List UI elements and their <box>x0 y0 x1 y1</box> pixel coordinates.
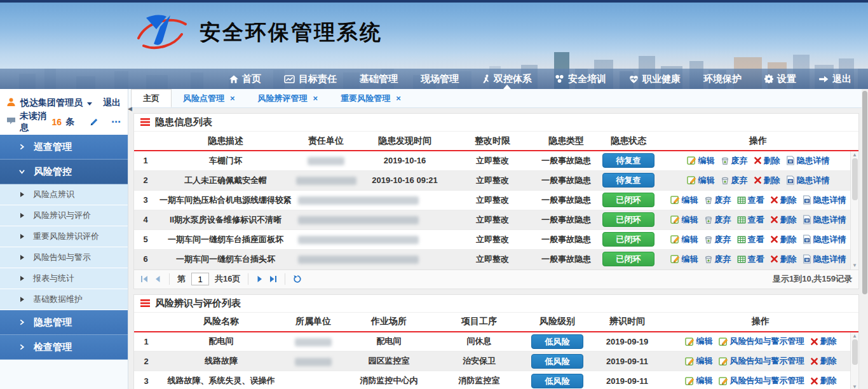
scroll-thumb[interactable] <box>852 158 858 200</box>
action-delete[interactable]: 删除 <box>810 375 837 386</box>
hazard-row[interactable]: 2工人未正确佩戴安全帽2019-10-16 09:21立即整改一般事故隐患待复查… <box>134 170 858 190</box>
action-risk-notify-mgmt[interactable]: 风险告知与警示管理 <box>719 375 804 386</box>
hazard-row[interactable]: 5一期车间一缝纫车台插座面板坏立即整改一般事故隐患已闭环编辑废弃查看删除W隐患详… <box>134 229 858 249</box>
risk-table-scrollbar[interactable]: ▲ ▼ <box>850 332 858 389</box>
sidebar-subitem-reports-stats[interactable]: 报表与统计 <box>0 268 128 289</box>
nav-item-safety-training[interactable]: 安全培训 <box>555 69 606 89</box>
hazard-table-scrollbar[interactable]: ▲ ▼ <box>850 151 858 270</box>
nav-item-dual-control[interactable]: 双控体系 <box>482 69 532 89</box>
nav-item-environment[interactable]: 环境保护 <box>703 69 742 89</box>
delete-icon <box>810 338 818 346</box>
scroll-up-icon[interactable]: ▲ <box>852 152 857 158</box>
action-view[interactable]: 查看 <box>737 214 764 226</box>
action-edit[interactable]: 编辑 <box>670 194 698 206</box>
action-view[interactable]: 查看 <box>737 234 764 245</box>
nav-item-target-duty[interactable]: 目标责任 <box>284 69 337 89</box>
prev-page-icon[interactable] <box>154 275 161 283</box>
action-hazard-detail[interactable]: W隐患详情 <box>803 254 846 265</box>
sidebar-subitem-risk-notify[interactable]: 风险告知与警示 <box>0 247 128 268</box>
action-hazard-detail[interactable]: W隐患详情 <box>803 194 846 206</box>
action-delete[interactable]: 删除 <box>810 336 837 347</box>
unread-label[interactable]: 未读消息 <box>20 111 48 133</box>
scroll-thumb[interactable] <box>852 339 858 365</box>
action-delete[interactable]: 删除 <box>754 175 780 186</box>
sidebar-subitem-major-risk-eval[interactable]: 重要风险辨识评价 <box>0 226 128 247</box>
page-scroll-thumb[interactable] <box>862 91 867 294</box>
pencil-icon[interactable] <box>90 118 98 126</box>
hazard-row[interactable]: 4II期水泵房设备维修标识不清晰立即整改一般事故隐患已闭环编辑废弃查看删除W隐患… <box>134 210 858 229</box>
more-dots-icon[interactable]: ⋯ <box>111 116 121 128</box>
action-risk-notify-mgmt[interactable]: 风险告知与警示管理 <box>719 336 804 347</box>
close-icon[interactable]: × <box>313 93 318 103</box>
sidebar-item-check-mgmt[interactable]: 检查管理 <box>0 335 128 360</box>
next-page-icon[interactable] <box>256 275 264 283</box>
nav-item-basic-mgmt[interactable]: 基础管理 <box>360 69 398 89</box>
sidebar-item-risk-control[interactable]: 风险管控 <box>0 160 128 184</box>
nav-item-settings[interactable]: 设置 <box>764 69 796 89</box>
action-view[interactable]: 查看 <box>737 194 764 206</box>
caret-down-icon[interactable] <box>87 102 92 106</box>
hazard-row[interactable]: 3一期车间热压粘合机电源线绷得较紧立即整改一般事故隐患已闭环编辑废弃查看删除W隐… <box>134 190 858 210</box>
edit-icon <box>670 215 680 224</box>
action-discard[interactable]: 废弃 <box>704 234 731 245</box>
action-discard[interactable]: 废弃 <box>704 214 731 226</box>
action-delete[interactable]: 删除 <box>770 254 797 265</box>
tab-home[interactable]: 主页 <box>131 89 172 107</box>
action-edit[interactable]: 编辑 <box>685 375 713 386</box>
tab-risk-eval[interactable]: 风险辨评管理× <box>247 89 330 107</box>
action-edit[interactable]: 编辑 <box>670 234 698 245</box>
action-delete[interactable]: 删除 <box>770 234 797 245</box>
cell-type: 一般事故隐患 <box>533 170 599 190</box>
sidebar-item-hazard-mgmt[interactable]: 隐患管理 <box>0 310 128 335</box>
action-delete[interactable]: 删除 <box>770 194 797 206</box>
close-icon[interactable]: × <box>396 93 401 103</box>
action-edit[interactable]: 编辑 <box>687 155 715 167</box>
first-page-icon[interactable] <box>140 275 148 283</box>
action-delete[interactable]: 删除 <box>754 155 780 167</box>
risk-row[interactable]: 3线路故障、系统失灵、误操作消防监控中心内消防监控室低风险2019-09-11编… <box>134 371 858 389</box>
action-delete[interactable]: 删除 <box>810 355 837 367</box>
action-edit[interactable]: 编辑 <box>685 355 713 367</box>
last-page-icon[interactable] <box>269 275 277 283</box>
tab-major-risk[interactable]: 重要风险管理× <box>329 89 412 107</box>
action-discard[interactable]: 废弃 <box>721 155 748 167</box>
page-input[interactable] <box>191 273 209 285</box>
action-hazard-detail[interactable]: W隐患详情 <box>786 155 830 167</box>
nav-item-home[interactable]: 首页 <box>229 69 261 89</box>
list-icon <box>140 298 150 309</box>
action-discard[interactable]: 废弃 <box>704 194 731 206</box>
sidebar-subitem-risk-point-id[interactable]: 风险点辨识 <box>0 184 128 205</box>
scroll-down-icon[interactable]: ▼ <box>852 384 857 389</box>
action-risk-notify-mgmt[interactable]: 风险告知与警示管理 <box>719 355 804 367</box>
action-edit[interactable]: 编辑 <box>670 214 698 226</box>
action-edit[interactable]: 编辑 <box>670 254 698 265</box>
action-delete[interactable]: 删除 <box>770 214 797 226</box>
action-edit[interactable]: 编辑 <box>685 336 713 347</box>
scroll-down-icon[interactable]: ▼ <box>852 263 857 269</box>
page-scrollbar[interactable] <box>862 89 868 389</box>
action-edit[interactable]: 编辑 <box>687 175 715 186</box>
action-hazard-detail[interactable]: W隐患详情 <box>803 214 846 226</box>
action-discard[interactable]: 废弃 <box>704 254 731 265</box>
sidebar-item-inspection[interactable]: 巡查管理 <box>0 135 128 160</box>
refresh-icon[interactable] <box>293 275 302 283</box>
action-hazard-detail[interactable]: W隐患详情 <box>786 175 830 186</box>
scroll-up-icon[interactable]: ▲ <box>852 333 857 339</box>
sidebar-subitem-base-data[interactable]: 基础数据维护 <box>0 289 128 310</box>
risk-row[interactable]: 1配电间配电间间休息低风险2019-09-19编辑风险告知与警示管理删除 <box>134 332 858 351</box>
sidebar-collapse-icon[interactable]: ◀ <box>128 106 132 112</box>
close-icon[interactable]: × <box>230 93 235 103</box>
nav-item-site-mgmt[interactable]: 现场管理 <box>421 69 459 89</box>
sidebar-subitem-risk-id-eval[interactable]: 风险辨识与评价 <box>0 205 128 226</box>
hazard-row[interactable]: 6一期车间一缝纫车台插头坏立即整改一般事故隐患已闭环编辑废弃查看删除W隐患详情 <box>134 249 858 269</box>
nav-item-occupational-health[interactable]: 职业健康 <box>629 69 681 89</box>
nav-item-logout[interactable]: 退出 <box>819 69 851 89</box>
action-view[interactable]: 查看 <box>737 254 764 265</box>
action-discard[interactable]: 废弃 <box>721 175 748 186</box>
sidebar-logout-link[interactable]: 退出 <box>103 97 121 109</box>
tab-risk-point[interactable]: 风险点管理× <box>172 89 247 107</box>
risk-row[interactable]: 2线路故障园区监控室治安保卫低风险2019-09-11编辑风险告知与警示管理删除 <box>134 351 858 371</box>
user-name[interactable]: 悦达集团管理员 <box>20 97 83 109</box>
action-hazard-detail[interactable]: W隐患详情 <box>803 234 846 245</box>
hazard-row[interactable]: 1车棚门坏2019-10-16立即整改一般事故隐患待复查编辑废弃删除W隐患详情 <box>134 151 858 170</box>
